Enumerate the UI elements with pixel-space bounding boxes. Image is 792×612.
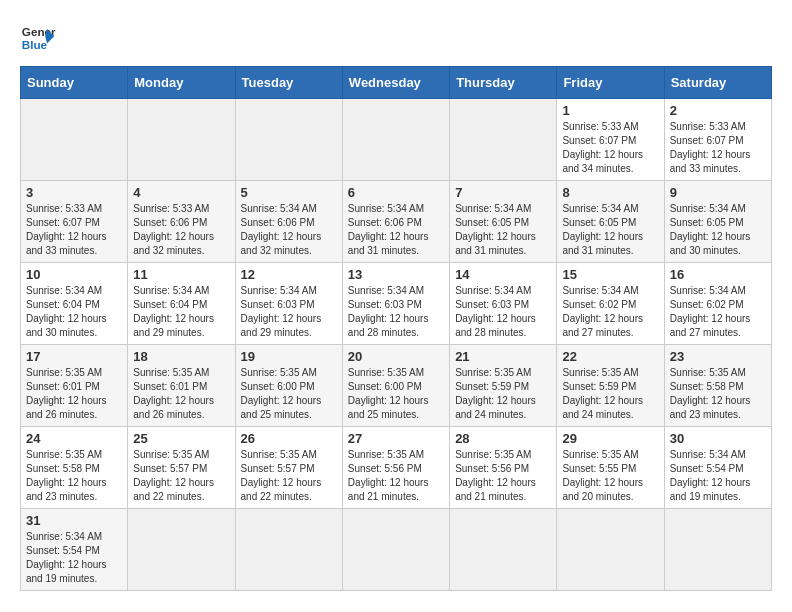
- logo: General Blue: [20, 20, 56, 56]
- day-info: Sunrise: 5:34 AM Sunset: 6:04 PM Dayligh…: [26, 284, 122, 340]
- weekday-header-friday: Friday: [557, 67, 664, 99]
- calendar-cell: 5Sunrise: 5:34 AM Sunset: 6:06 PM Daylig…: [235, 181, 342, 263]
- calendar-cell: 2Sunrise: 5:33 AM Sunset: 6:07 PM Daylig…: [664, 99, 771, 181]
- calendar-cell: 16Sunrise: 5:34 AM Sunset: 6:02 PM Dayli…: [664, 263, 771, 345]
- day-info: Sunrise: 5:34 AM Sunset: 6:02 PM Dayligh…: [670, 284, 766, 340]
- weekday-header-row: SundayMondayTuesdayWednesdayThursdayFrid…: [21, 67, 772, 99]
- day-number: 30: [670, 431, 766, 446]
- day-info: Sunrise: 5:35 AM Sunset: 5:58 PM Dayligh…: [26, 448, 122, 504]
- calendar-cell: 13Sunrise: 5:34 AM Sunset: 6:03 PM Dayli…: [342, 263, 449, 345]
- day-info: Sunrise: 5:33 AM Sunset: 6:07 PM Dayligh…: [26, 202, 122, 258]
- day-info: Sunrise: 5:34 AM Sunset: 6:06 PM Dayligh…: [348, 202, 444, 258]
- day-info: Sunrise: 5:34 AM Sunset: 6:04 PM Dayligh…: [133, 284, 229, 340]
- calendar-cell: 30Sunrise: 5:34 AM Sunset: 5:54 PM Dayli…: [664, 427, 771, 509]
- weekday-header-tuesday: Tuesday: [235, 67, 342, 99]
- calendar-cell: 4Sunrise: 5:33 AM Sunset: 6:06 PM Daylig…: [128, 181, 235, 263]
- calendar-cell: 18Sunrise: 5:35 AM Sunset: 6:01 PM Dayli…: [128, 345, 235, 427]
- day-info: Sunrise: 5:33 AM Sunset: 6:06 PM Dayligh…: [133, 202, 229, 258]
- day-number: 27: [348, 431, 444, 446]
- day-number: 17: [26, 349, 122, 364]
- calendar-cell: [128, 509, 235, 591]
- day-info: Sunrise: 5:34 AM Sunset: 5:54 PM Dayligh…: [26, 530, 122, 586]
- calendar-cell: 6Sunrise: 5:34 AM Sunset: 6:06 PM Daylig…: [342, 181, 449, 263]
- day-info: Sunrise: 5:34 AM Sunset: 5:54 PM Dayligh…: [670, 448, 766, 504]
- calendar-cell: [235, 99, 342, 181]
- calendar-cell: 28Sunrise: 5:35 AM Sunset: 5:56 PM Dayli…: [450, 427, 557, 509]
- week-row-6: 31Sunrise: 5:34 AM Sunset: 5:54 PM Dayli…: [21, 509, 772, 591]
- calendar: SundayMondayTuesdayWednesdayThursdayFrid…: [20, 66, 772, 591]
- calendar-cell: [342, 509, 449, 591]
- day-number: 23: [670, 349, 766, 364]
- calendar-cell: 24Sunrise: 5:35 AM Sunset: 5:58 PM Dayli…: [21, 427, 128, 509]
- header: General Blue: [20, 20, 772, 56]
- calendar-cell: 14Sunrise: 5:34 AM Sunset: 6:03 PM Dayli…: [450, 263, 557, 345]
- weekday-header-thursday: Thursday: [450, 67, 557, 99]
- calendar-cell: 1Sunrise: 5:33 AM Sunset: 6:07 PM Daylig…: [557, 99, 664, 181]
- calendar-cell: 31Sunrise: 5:34 AM Sunset: 5:54 PM Dayli…: [21, 509, 128, 591]
- day-info: Sunrise: 5:35 AM Sunset: 5:55 PM Dayligh…: [562, 448, 658, 504]
- day-number: 4: [133, 185, 229, 200]
- week-row-2: 3Sunrise: 5:33 AM Sunset: 6:07 PM Daylig…: [21, 181, 772, 263]
- day-number: 11: [133, 267, 229, 282]
- day-info: Sunrise: 5:35 AM Sunset: 5:59 PM Dayligh…: [455, 366, 551, 422]
- day-number: 10: [26, 267, 122, 282]
- calendar-cell: 11Sunrise: 5:34 AM Sunset: 6:04 PM Dayli…: [128, 263, 235, 345]
- day-number: 26: [241, 431, 337, 446]
- day-number: 31: [26, 513, 122, 528]
- day-number: 3: [26, 185, 122, 200]
- day-info: Sunrise: 5:34 AM Sunset: 6:05 PM Dayligh…: [455, 202, 551, 258]
- day-number: 18: [133, 349, 229, 364]
- day-info: Sunrise: 5:34 AM Sunset: 6:06 PM Dayligh…: [241, 202, 337, 258]
- calendar-cell: [450, 509, 557, 591]
- calendar-cell: [342, 99, 449, 181]
- calendar-cell: [557, 509, 664, 591]
- week-row-4: 17Sunrise: 5:35 AM Sunset: 6:01 PM Dayli…: [21, 345, 772, 427]
- calendar-cell: 23Sunrise: 5:35 AM Sunset: 5:58 PM Dayli…: [664, 345, 771, 427]
- day-info: Sunrise: 5:35 AM Sunset: 5:56 PM Dayligh…: [348, 448, 444, 504]
- calendar-cell: 3Sunrise: 5:33 AM Sunset: 6:07 PM Daylig…: [21, 181, 128, 263]
- day-info: Sunrise: 5:35 AM Sunset: 6:01 PM Dayligh…: [133, 366, 229, 422]
- day-info: Sunrise: 5:34 AM Sunset: 6:02 PM Dayligh…: [562, 284, 658, 340]
- calendar-cell: 26Sunrise: 5:35 AM Sunset: 5:57 PM Dayli…: [235, 427, 342, 509]
- day-number: 2: [670, 103, 766, 118]
- day-number: 6: [348, 185, 444, 200]
- day-info: Sunrise: 5:35 AM Sunset: 6:00 PM Dayligh…: [241, 366, 337, 422]
- day-info: Sunrise: 5:35 AM Sunset: 6:01 PM Dayligh…: [26, 366, 122, 422]
- calendar-cell: 20Sunrise: 5:35 AM Sunset: 6:00 PM Dayli…: [342, 345, 449, 427]
- week-row-5: 24Sunrise: 5:35 AM Sunset: 5:58 PM Dayli…: [21, 427, 772, 509]
- day-number: 29: [562, 431, 658, 446]
- weekday-header-saturday: Saturday: [664, 67, 771, 99]
- calendar-cell: 29Sunrise: 5:35 AM Sunset: 5:55 PM Dayli…: [557, 427, 664, 509]
- day-info: Sunrise: 5:34 AM Sunset: 6:05 PM Dayligh…: [562, 202, 658, 258]
- day-number: 9: [670, 185, 766, 200]
- calendar-cell: 19Sunrise: 5:35 AM Sunset: 6:00 PM Dayli…: [235, 345, 342, 427]
- calendar-cell: 17Sunrise: 5:35 AM Sunset: 6:01 PM Dayli…: [21, 345, 128, 427]
- day-number: 13: [348, 267, 444, 282]
- day-number: 15: [562, 267, 658, 282]
- day-info: Sunrise: 5:35 AM Sunset: 6:00 PM Dayligh…: [348, 366, 444, 422]
- day-number: 21: [455, 349, 551, 364]
- day-number: 5: [241, 185, 337, 200]
- day-number: 1: [562, 103, 658, 118]
- day-number: 7: [455, 185, 551, 200]
- day-info: Sunrise: 5:35 AM Sunset: 5:59 PM Dayligh…: [562, 366, 658, 422]
- calendar-cell: 9Sunrise: 5:34 AM Sunset: 6:05 PM Daylig…: [664, 181, 771, 263]
- day-info: Sunrise: 5:35 AM Sunset: 5:56 PM Dayligh…: [455, 448, 551, 504]
- day-info: Sunrise: 5:35 AM Sunset: 5:58 PM Dayligh…: [670, 366, 766, 422]
- calendar-cell: 15Sunrise: 5:34 AM Sunset: 6:02 PM Dayli…: [557, 263, 664, 345]
- day-info: Sunrise: 5:34 AM Sunset: 6:05 PM Dayligh…: [670, 202, 766, 258]
- calendar-cell: 12Sunrise: 5:34 AM Sunset: 6:03 PM Dayli…: [235, 263, 342, 345]
- weekday-header-sunday: Sunday: [21, 67, 128, 99]
- day-info: Sunrise: 5:35 AM Sunset: 5:57 PM Dayligh…: [133, 448, 229, 504]
- calendar-cell: 7Sunrise: 5:34 AM Sunset: 6:05 PM Daylig…: [450, 181, 557, 263]
- weekday-header-wednesday: Wednesday: [342, 67, 449, 99]
- day-number: 8: [562, 185, 658, 200]
- day-info: Sunrise: 5:33 AM Sunset: 6:07 PM Dayligh…: [670, 120, 766, 176]
- day-number: 14: [455, 267, 551, 282]
- calendar-cell: [128, 99, 235, 181]
- calendar-cell: 25Sunrise: 5:35 AM Sunset: 5:57 PM Dayli…: [128, 427, 235, 509]
- calendar-cell: 8Sunrise: 5:34 AM Sunset: 6:05 PM Daylig…: [557, 181, 664, 263]
- day-number: 24: [26, 431, 122, 446]
- day-info: Sunrise: 5:35 AM Sunset: 5:57 PM Dayligh…: [241, 448, 337, 504]
- svg-text:Blue: Blue: [22, 38, 48, 51]
